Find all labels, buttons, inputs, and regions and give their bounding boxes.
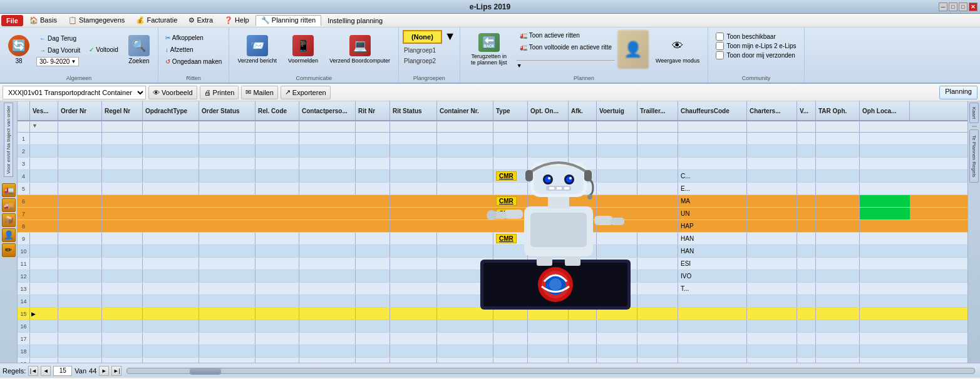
col-oph-loca-header[interactable]: Oph Loca...: [860, 101, 910, 120]
zoeken-btn[interactable]: 🔍 Zoeken: [124, 30, 154, 69]
voormelden-btn[interactable]: 📱 Voormelden: [284, 30, 322, 69]
minimize-btn[interactable]: ─: [939, 3, 947, 11]
menu-help[interactable]: ❓ Help: [219, 15, 254, 26]
table-row[interactable]: 12IVO: [18, 270, 967, 283]
table-row[interactable]: 3: [18, 158, 967, 170]
menu-extra[interactable]: ⚙ Extra: [183, 15, 218, 26]
toon-beschikbaar-checkbox[interactable]: [716, 33, 724, 41]
menu-basis[interactable]: 🏠 Basis: [24, 15, 62, 26]
row-trailler: [637, 358, 678, 363]
table-row[interactable]: 16: [18, 320, 967, 333]
table-row[interactable]: 17: [18, 333, 967, 345]
col-opt-on-header[interactable]: Opt. On...: [528, 101, 569, 120]
col-v-header[interactable]: V...: [797, 101, 816, 120]
toon-elips-checkbox[interactable]: [716, 42, 724, 50]
last-record-btn[interactable]: ►|: [111, 366, 121, 376]
h-scrollbar-thumb[interactable]: [190, 368, 221, 375]
dag-terug-btn[interactable]: ← Dag Terug: [36, 33, 83, 44]
edit-icon-btn[interactable]: ✏: [2, 243, 16, 257]
table-row[interactable]: 2: [18, 145, 967, 158]
col-order-status-header[interactable]: Order Status: [199, 101, 255, 120]
table-row[interactable]: 15▶: [18, 308, 967, 320]
table-row[interactable]: 19: [18, 358, 967, 363]
table-row[interactable]: 18: [18, 345, 967, 358]
persoon-icon-btn[interactable]: 👤: [2, 228, 16, 242]
weergave-btn[interactable]: 👁 Weergave modus: [651, 30, 704, 69]
truck-icon-btn[interactable]: 🚛: [2, 183, 16, 197]
close-btn[interactable]: ✕: [969, 3, 977, 11]
table-row[interactable]: 9CMRHAN: [18, 233, 967, 245]
col-tar-oph-header[interactable]: TAR Oph.: [816, 101, 860, 120]
cmr-badge[interactable]: CMR: [496, 209, 517, 218]
toon-voltooid-btn[interactable]: 🚛 Toon voltooide en actieve ritte: [517, 42, 615, 53]
te-plannen-regels-tab[interactable]: Te Plannen Regels: [969, 129, 979, 183]
window-controls[interactable]: ─ □ □ ✕: [939, 3, 977, 11]
date-input[interactable]: 30- 9-2020 ▼: [36, 57, 79, 66]
afzetten-btn[interactable]: ↓ Afzetten: [162, 44, 225, 55]
menu-file[interactable]: File: [1, 15, 23, 26]
col-afk-header[interactable]: Afk.: [569, 101, 597, 120]
table-row[interactable]: 14: [18, 295, 967, 308]
plangroepen-arrow[interactable]: ▼: [445, 30, 456, 43]
col-contactperson-header[interactable]: Contactperso...: [299, 101, 356, 120]
toon-actief-btn[interactable]: 🚛 Toon actieve ritten: [517, 30, 615, 41]
current-record-input[interactable]: [53, 366, 72, 376]
printen-btn[interactable]: 🖨 Printen: [200, 86, 239, 99]
maximize-btn[interactable]: □: [959, 3, 967, 11]
cmr-badge[interactable]: CMR: [496, 171, 517, 181]
verzend-bericht-btn[interactable]: 📨 Verzend bericht: [233, 30, 281, 69]
menu-facturatie[interactable]: 💰 Facturatie: [131, 15, 182, 26]
toon-verzonden-checkbox[interactable]: [716, 51, 724, 59]
table-row[interactable]: 13T...: [18, 283, 967, 295]
restore-btn[interactable]: □: [949, 3, 957, 11]
terugzetten-btn[interactable]: 🔙 Terugzetten in te plannen lijst: [464, 30, 514, 69]
col-order-nr-header[interactable]: Order Nr: [58, 101, 102, 120]
col-rel-code-header[interactable]: Rel. Code: [255, 101, 299, 120]
cmr-badge[interactable]: CMR: [496, 234, 517, 243]
table-row[interactable]: 6CMRMA: [18, 195, 967, 208]
kaart-tab[interactable]: Kaart: [969, 103, 979, 123]
cmr-badge[interactable]: CMR: [496, 196, 517, 206]
col-opdracht-type-header[interactable]: OpdrachtType: [143, 101, 199, 120]
verzend-boord-btn[interactable]: 💻 Verzend Boordcomputer: [325, 30, 395, 69]
prev-record-btn[interactable]: ◄: [41, 366, 51, 376]
plangroep-none-btn[interactable]: (None): [403, 30, 442, 44]
table-row[interactable]: 7CMRUN: [18, 208, 967, 220]
table-row[interactable]: 8HAP: [18, 220, 967, 233]
voorbeeld-btn[interactable]: 👁 Voorbeeld: [148, 86, 197, 99]
afkoppelen-btn[interactable]: ✂ Afkoppelen: [162, 33, 225, 43]
col-rit-status-header[interactable]: Rit Status: [390, 101, 437, 120]
voertuigen-icon-btn[interactable]: 🚚: [2, 198, 16, 212]
h-scrollbar[interactable]: [126, 368, 975, 374]
col-ves-header[interactable]: Ves...: [30, 101, 58, 120]
col-container-nr-header[interactable]: Container Nr.: [437, 101, 493, 120]
table-row[interactable]: 11ESI: [18, 258, 967, 270]
col-chauffeurs-code-header[interactable]: ChauffeursCode: [678, 101, 747, 120]
menu-stamgegevens[interactable]: 📋 Stamgegevens: [63, 15, 130, 26]
expand-row[interactable]: ▼: [517, 63, 615, 69]
container-icon-btn[interactable]: 📦: [2, 213, 16, 227]
col-regel-nr-header[interactable]: Regel Nr: [102, 101, 143, 120]
table-row[interactable]: 1: [18, 133, 967, 145]
col-rit-nr-header[interactable]: Rit Nr: [356, 101, 390, 120]
planning-btn[interactable]: Planning: [939, 86, 977, 99]
next-record-btn[interactable]: ►: [99, 366, 109, 376]
menu-instelling-planning[interactable]: Instelling planning: [322, 15, 388, 26]
exporteren-btn[interactable]: ↗ Exporteren: [281, 86, 331, 99]
dag-vooruit-btn[interactable]: → Dag Vooruit: [36, 45, 83, 56]
table-row[interactable]: 10HAN: [18, 245, 967, 258]
ongedaan-btn[interactable]: ↺ Ongedaan maken: [162, 56, 225, 67]
document-select[interactable]: XXX|01v01 Transportopdracht Container: [3, 86, 146, 99]
col-voertuig-header[interactable]: Voertuig: [597, 101, 637, 120]
col-trailler-header[interactable]: Trailler...: [637, 101, 678, 120]
menu-planning-ritten[interactable]: 🔧 Planning ritten: [255, 15, 321, 26]
table-row[interactable]: 5E...: [18, 183, 967, 195]
voltooid-btn[interactable]: ✓ Voltooid: [86, 44, 121, 55]
first-record-btn[interactable]: |◄: [28, 366, 38, 376]
mailen-btn[interactable]: ✉ Mailen: [241, 86, 277, 99]
voor-na-traject-label[interactable]: Voor en/of Na traject van order: [4, 103, 13, 177]
col-type-header[interactable]: Type: [493, 101, 528, 120]
col-charters-header[interactable]: Charters...: [747, 101, 797, 120]
table-row[interactable]: 4CMRC...: [18, 170, 967, 183]
refresh-btn[interactable]: 🔄 38: [4, 30, 34, 69]
